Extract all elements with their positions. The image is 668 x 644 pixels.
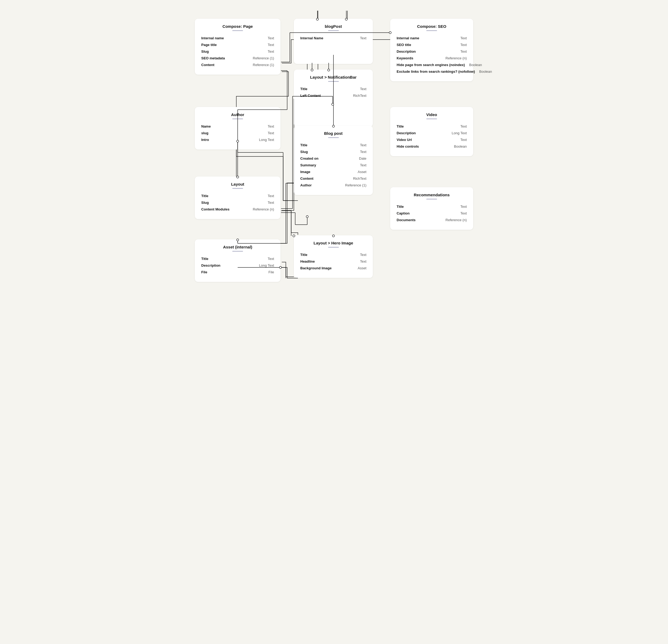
field-name: Hide controls [397, 144, 419, 148]
field-row: slug Text [201, 130, 274, 137]
field-name: Documents [397, 218, 416, 222]
field-row: Background Image Asset [300, 265, 366, 271]
field-row: Title Text [397, 203, 467, 210]
field-type: Text [268, 201, 274, 205]
field-name: Title [201, 257, 209, 261]
field-type: Text [268, 43, 274, 47]
field-type: Asset [358, 170, 366, 174]
field-type: Text [268, 194, 274, 198]
field-type: Date [359, 156, 366, 160]
layout-notification-title: Layout > NotificationBar [300, 75, 366, 79]
field-name: Summary [300, 163, 316, 167]
field-row: Internal name Text [201, 35, 274, 42]
field-name: slug [201, 131, 209, 135]
field-type: Text [360, 163, 366, 167]
field-row: Page title Text [201, 42, 274, 48]
field-name: Title [300, 87, 307, 91]
field-row: Content RichText [300, 175, 366, 182]
field-row: File File [201, 269, 274, 276]
field-name: Page title [201, 43, 217, 47]
field-type: Boolean [479, 69, 492, 74]
field-type: Text [360, 253, 366, 257]
field-type: Text [460, 205, 467, 209]
field-row: Caption Text [397, 210, 467, 217]
field-type: Text [360, 150, 366, 154]
field-name: Description [397, 49, 416, 53]
field-row: Content Reference (1) [201, 62, 274, 68]
field-name: Hide page from search engines (noindex) [397, 63, 465, 67]
field-name: Created on [300, 156, 318, 160]
field-name: Caption [397, 211, 409, 215]
field-row: Title Text [300, 85, 366, 92]
field-row: Headline Text [300, 258, 366, 265]
field-row: Documents Reference (n) [397, 217, 467, 223]
field-type: Asset [358, 266, 366, 270]
field-row: Intro Long Text [201, 137, 274, 143]
field-row: Title Text [300, 251, 366, 258]
blog-post-detail-divider [328, 137, 339, 138]
field-type: Boolean [454, 144, 467, 148]
field-type: Long Text [259, 138, 274, 142]
field-name: SEO metadata [201, 56, 225, 60]
layout-notification-card: Layout > NotificationBar Title Text Left… [294, 69, 373, 127]
field-type: Text [460, 43, 467, 47]
field-row: Description Long Text [201, 262, 274, 269]
recommendations-title: Recommendations [397, 192, 467, 197]
field-type: Long Text [452, 131, 467, 135]
field-row: Slug Text [300, 148, 366, 155]
field-row: Title Text [300, 142, 366, 148]
field-row: Internal name Text [397, 35, 467, 42]
field-type: Reference (n) [445, 218, 467, 222]
field-name: Title [300, 143, 307, 147]
field-row: Slug Text [201, 48, 274, 55]
field-type: Text [268, 124, 274, 128]
field-name: Keywords [397, 56, 413, 60]
field-type: Long Text [259, 264, 274, 267]
compose-seo-title: Compose: SEO [397, 24, 467, 29]
field-row: Summary Text [300, 162, 366, 169]
video-card: Video Title Text Description Long Text V… [390, 107, 473, 156]
field-name: Title [300, 253, 307, 257]
field-row: Title Text [201, 192, 274, 199]
blog-post-detail-title: Blog post [300, 131, 366, 136]
field-name: Title [201, 194, 209, 198]
blogpost-divider [328, 30, 339, 31]
field-name: Description [201, 264, 221, 267]
field-type: Reference (1) [253, 63, 274, 67]
field-type: Reference (1) [345, 183, 366, 187]
author-card: Author Name Text slug Text Intro Long Te… [195, 107, 280, 150]
asset-internal-title: Asset (internal) [201, 245, 274, 249]
field-type: Reference (1) [253, 56, 274, 60]
field-type: Text [268, 257, 274, 261]
field-name: Background Image [300, 266, 332, 270]
field-row: Slug Text [201, 199, 274, 206]
field-name: Slug [201, 49, 209, 53]
field-type: Text [460, 138, 467, 142]
field-type: Text [460, 36, 467, 40]
field-row: Content Modules Reference (n) [201, 206, 274, 213]
blog-post-detail-card: Blog post Title Text Slug Text Created o… [294, 126, 373, 195]
field-row: SEO metadata Reference (1) [201, 55, 274, 62]
field-name: Video Url [397, 138, 412, 142]
field-name: Headline [300, 260, 315, 264]
field-type: Text [268, 131, 274, 135]
field-name: Content Modules [201, 207, 229, 211]
field-type: Text [360, 87, 366, 91]
compose-page-title: Compose: Page [201, 24, 274, 29]
field-name: Author [300, 183, 312, 187]
layout-hero-card: Layout > Hero Image Title Text Headline … [294, 235, 373, 278]
field-row: Video Url Text [397, 137, 467, 143]
field-name: Description [397, 131, 416, 135]
field-name: Intro [201, 138, 209, 142]
field-row: Title Text [201, 255, 274, 262]
field-name: Exclude links from search rankings? (nof… [397, 69, 475, 74]
field-name: Internal Name [300, 36, 323, 40]
author-divider [232, 119, 243, 119]
field-name: Internal name [397, 36, 419, 40]
video-title: Video [397, 112, 467, 117]
field-name: Title [397, 124, 404, 128]
field-row: SEO title Text [397, 42, 467, 48]
field-type: Text [460, 124, 467, 128]
field-type: Text [460, 49, 467, 53]
field-type: Text [268, 49, 274, 53]
